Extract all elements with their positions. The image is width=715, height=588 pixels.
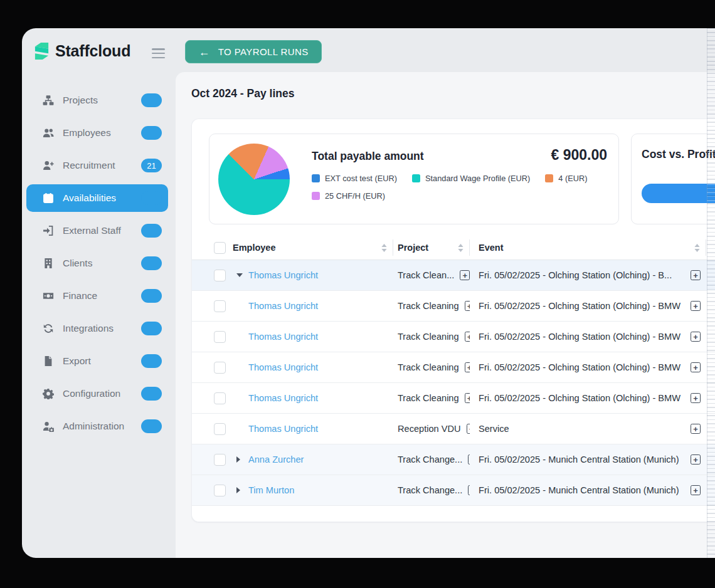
table-row: Thomas Ungricht Track Cleaning + Fri. 05… [192, 352, 715, 383]
employee-link[interactable]: Thomas Ungricht [248, 332, 318, 342]
row-checkbox[interactable] [214, 454, 226, 466]
legend-item: EXT cost test (EUR) [312, 174, 397, 183]
sidebar-item-configuration[interactable]: Configuration [22, 377, 176, 410]
cost-vs-profit-bar [642, 184, 715, 203]
select-all-checkbox[interactable] [214, 242, 226, 254]
total-payable-pie-chart [218, 144, 290, 215]
event-cell: Fri. 05/02/2025 - Olching Station (Olchi… [479, 301, 681, 311]
legend-item: Standard Wage Profile (EUR) [412, 174, 530, 183]
notification-badge [141, 256, 162, 270]
expand-project-plus-icon[interactable]: + [465, 301, 470, 311]
expand-event-plus-icon[interactable]: + [691, 332, 701, 342]
expand-project-plus-icon[interactable]: + [465, 362, 470, 372]
project-cell: Track Clean... [398, 270, 454, 280]
sidebar-item-finance[interactable]: Finance [22, 280, 176, 312]
expand-event-plus-icon[interactable]: + [691, 362, 701, 372]
expand-project-plus-icon[interactable]: + [460, 270, 470, 280]
menu-toggle-icon[interactable] [152, 48, 165, 61]
project-cell: Track Change... [398, 485, 462, 495]
expand-project-plus-icon[interactable]: + [465, 393, 470, 403]
expand-event-plus-icon[interactable]: + [691, 485, 701, 495]
staffcloud-logo-icon [34, 42, 50, 60]
pie-legend: EXT cost test (EUR) Standard Wage Profil… [312, 174, 607, 201]
cost-vs-profit-title: Cost vs. Profit [642, 148, 715, 161]
sidebar-nav: Projects Employees Recruitment 21 Availa… [22, 84, 176, 443]
project-cell: Track Cleaning [398, 301, 459, 311]
to-payroll-runs-button[interactable]: ← TO PAYROLL RUNS [185, 40, 322, 63]
building-icon [42, 257, 55, 270]
expand-project-plus-icon[interactable]: + [465, 332, 470, 342]
employee-link[interactable]: Thomas Ungricht [248, 393, 318, 403]
brand: Staffcloud [34, 42, 130, 60]
column-header-employee[interactable]: Employee [233, 239, 393, 256]
employee-link[interactable]: Thomas Ungricht [248, 301, 318, 311]
cost-vs-profit-card: Cost vs. Profit [631, 134, 715, 224]
employee-link[interactable]: Thomas Ungricht [248, 424, 318, 434]
sidebar-item-availabilities[interactable]: Availabilities [22, 182, 176, 214]
expand-event-plus-icon[interactable]: + [691, 393, 701, 403]
expand-caret[interactable] [233, 456, 248, 463]
table-row: Thomas Ungricht Track Clean... + Fri. 05… [192, 260, 715, 291]
sidebar-item-administration[interactable]: Administration [22, 410, 176, 443]
calendar-check-icon [42, 192, 55, 204]
row-checkbox[interactable] [214, 300, 226, 312]
notification-badge [141, 93, 162, 107]
notification-badge [141, 191, 162, 205]
row-checkbox[interactable] [214, 485, 226, 496]
row-checkbox[interactable] [214, 331, 226, 343]
legend-swatch [545, 174, 553, 182]
expand-event-plus-icon[interactable]: + [691, 270, 701, 280]
total-payable-amount: € 900.00 [551, 147, 607, 164]
notification-badge [141, 224, 162, 238]
sort-icon[interactable] [381, 244, 387, 252]
row-checkbox[interactable] [214, 270, 226, 281]
notification-badge [141, 126, 162, 140]
table-row: Thomas Ungricht Track Cleaning + Fri. 05… [192, 291, 715, 322]
row-checkbox[interactable] [214, 362, 226, 374]
users-icon [42, 127, 55, 139]
user-gear-icon [42, 420, 55, 433]
sidebar-item-clients[interactable]: Clients [22, 247, 176, 280]
table-body: Thomas Ungricht Track Clean... + Fri. 05… [192, 260, 715, 506]
employee-link[interactable]: Anna Zurcher [248, 454, 304, 465]
sort-icon[interactable] [694, 244, 700, 252]
expand-event-plus-icon[interactable]: + [691, 454, 701, 465]
row-checkbox[interactable] [214, 423, 226, 435]
employee-link[interactable]: Thomas Ungricht [248, 270, 318, 280]
expand-event-plus-icon[interactable]: + [691, 424, 701, 434]
project-cell: Track Cleaning [398, 362, 459, 372]
app-window: Staffcloud ← TO PAYROLL RUNS Projects Em… [22, 28, 715, 558]
back-arrow-icon: ← [198, 46, 209, 58]
notification-badge: 21 [141, 159, 162, 172]
event-cell: Fri. 05/02/2025 - Munich Central Station… [479, 485, 679, 495]
sitemap-icon [42, 94, 55, 107]
sidebar-item-external-staff[interactable]: External Staff [22, 214, 176, 247]
event-cell: Fri. 05/02/2025 - Olching Station (Olchi… [479, 332, 681, 342]
table-header-row: Employee Project Event [192, 236, 715, 260]
column-header-event[interactable]: Event [470, 239, 706, 256]
column-header-project[interactable]: Project [393, 239, 470, 256]
project-cell: Track Cleaning [398, 332, 459, 342]
sidebar-item-export[interactable]: Export [22, 345, 176, 377]
legend-swatch [312, 192, 320, 200]
content-card: Total payable amount € 900.00 EXT cost t… [191, 118, 715, 522]
legend-item: 4 (EUR) [545, 174, 587, 183]
event-cell: Fri. 05/02/2025 - Munich Central Station… [479, 454, 679, 465]
employee-link[interactable]: Tim Murton [248, 485, 294, 495]
sort-icon[interactable] [458, 244, 463, 252]
event-cell: Fri. 05/02/2025 - Olching Station (Olchi… [479, 362, 681, 372]
expand-event-plus-icon[interactable]: + [691, 301, 701, 311]
row-checkbox[interactable] [214, 392, 226, 404]
sidebar-item-employees[interactable]: Employees [22, 117, 176, 149]
right-edge-artifact [707, 28, 715, 558]
expand-caret[interactable] [233, 273, 248, 277]
notification-badge [141, 322, 162, 335]
sync-icon [42, 322, 55, 335]
pay-lines-table: Employee Project Event [192, 236, 715, 506]
employee-link[interactable]: Thomas Ungricht [248, 362, 318, 372]
expand-caret[interactable] [233, 487, 248, 493]
sidebar-item-projects[interactable]: Projects [22, 84, 176, 117]
sidebar-item-recruitment[interactable]: Recruitment 21 [22, 149, 176, 182]
table-row: Tim Murton Track Change... + Fri. 05/02/… [192, 475, 715, 506]
sidebar-item-integrations[interactable]: Integrations [22, 312, 176, 345]
